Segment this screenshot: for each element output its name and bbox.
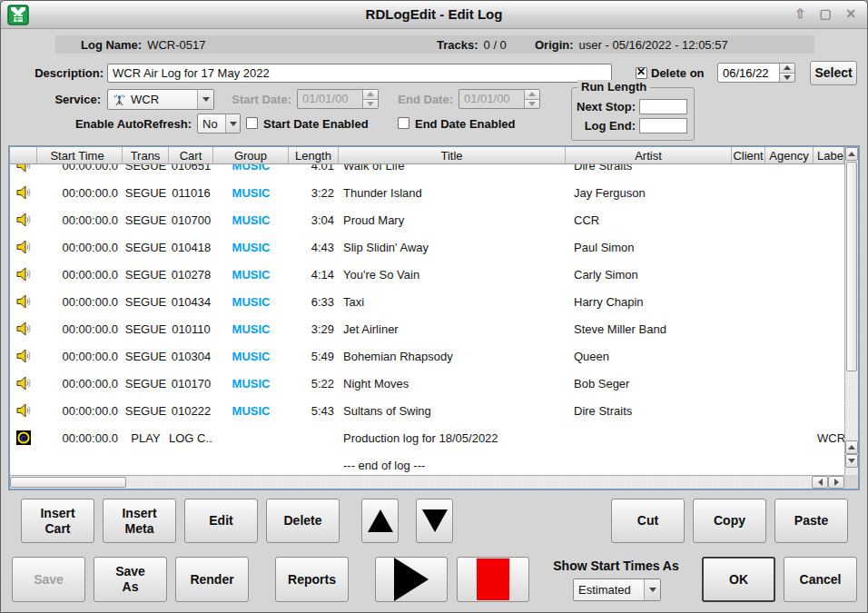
shade-window-icon[interactable]: ⇧ bbox=[793, 5, 807, 23]
copy-button[interactable]: Copy bbox=[693, 499, 766, 543]
column-header-group[interactable]: Group bbox=[213, 147, 289, 164]
column-header-cart[interactable]: Cart bbox=[169, 147, 213, 164]
cell-length: 5:49 bbox=[289, 350, 339, 363]
speaker-icon bbox=[15, 402, 32, 419]
cell-title: Taxi bbox=[339, 295, 566, 309]
start-date-enabled-checkbox[interactable] bbox=[246, 117, 258, 129]
table-row[interactable]: C 00:00:00.0 SEGUE 010304 MUSIC 5:49 Boh… bbox=[10, 342, 844, 370]
cell-start-time: 00:00:00.0 bbox=[37, 213, 123, 227]
cell-group: MUSIC bbox=[213, 268, 289, 282]
cell-trans: SEGUE bbox=[123, 404, 169, 418]
column-header-artist[interactable]: Artist bbox=[566, 147, 732, 164]
speaker-icon bbox=[15, 293, 32, 310]
cell-artist: Jay Ferguson bbox=[566, 186, 732, 200]
cell-cart: 011016 bbox=[169, 186, 213, 200]
speaker-icon bbox=[15, 164, 32, 173]
close-window-icon[interactable]: ✕ bbox=[843, 5, 858, 23]
description-input[interactable] bbox=[107, 64, 612, 83]
scroll-left-icon bbox=[818, 479, 823, 486]
show-start-times-combobox[interactable]: Estimated bbox=[573, 578, 661, 601]
cancel-button[interactable]: Cancel bbox=[784, 557, 857, 602]
cell-group: MUSIC bbox=[213, 213, 289, 227]
play-button[interactable] bbox=[375, 557, 448, 602]
row-type-icon-cell: C bbox=[10, 239, 37, 255]
ok-button[interactable]: OK bbox=[702, 557, 775, 602]
table-row[interactable]: C 00:00:00.0 SEGUE 010170 MUSIC 5:22 Nig… bbox=[10, 370, 844, 397]
scroll-up-button[interactable] bbox=[845, 147, 858, 161]
save-button: Save bbox=[12, 557, 85, 602]
cell-cart: 010278 bbox=[169, 268, 213, 282]
select-date-button[interactable]: Select bbox=[810, 61, 857, 85]
origin-value: user - 05/16/2022 - 12:05:57 bbox=[579, 38, 728, 52]
edit-button[interactable]: Edit bbox=[184, 499, 258, 543]
delete-button[interactable]: Delete bbox=[266, 499, 340, 543]
cell-title: Jet Airliner bbox=[339, 322, 566, 336]
down-arrow-icon bbox=[422, 509, 448, 532]
log-event-table: Start Time Trans Cart Group Length Title… bbox=[8, 145, 860, 490]
spin-down-icon bbox=[784, 75, 791, 80]
cell-trans: SEGUE bbox=[123, 377, 169, 391]
column-header-trans[interactable]: Trans bbox=[123, 147, 169, 164]
scroll-right-button[interactable] bbox=[828, 476, 844, 489]
insert-meta-button[interactable]: Insert Meta bbox=[103, 499, 176, 543]
maximize-window-icon[interactable]: ▢ bbox=[818, 5, 833, 23]
insert-cart-button[interactable]: Insert Cart bbox=[21, 499, 94, 543]
horizontal-scroll-thumb[interactable] bbox=[10, 477, 126, 488]
delete-on-checkbox[interactable] bbox=[636, 67, 647, 79]
table-row[interactable]: C 00:00:00.0 SEGUE 010222 MUSIC 5:43 Sul… bbox=[10, 397, 844, 424]
column-header-client[interactable]: Client bbox=[732, 147, 765, 164]
speaker-icon bbox=[15, 348, 32, 364]
cell-length: 5:22 bbox=[289, 377, 339, 391]
render-button[interactable]: Render bbox=[175, 557, 249, 602]
table-row[interactable]: C --- end of log --- bbox=[10, 451, 844, 475]
end-date-value: 01/01/00 bbox=[459, 90, 524, 108]
cut-button[interactable]: Cut bbox=[611, 499, 685, 543]
speaker-icon bbox=[15, 375, 32, 391]
scroll-up-button-2[interactable] bbox=[845, 440, 858, 454]
table-row[interactable]: C 00:00:00.0 SEGUE 011016 MUSIC 3:22 Thu… bbox=[10, 179, 844, 206]
delete-date-spin-down[interactable] bbox=[780, 73, 794, 83]
table-row[interactable]: C 00:00:00.0 SEGUE 010278 MUSIC 4:14 You… bbox=[10, 261, 844, 288]
cell-length: 6:33 bbox=[289, 295, 339, 309]
origin-label: Origin: bbox=[535, 38, 574, 52]
save-as-button[interactable]: Save As bbox=[94, 557, 167, 602]
move-up-button[interactable] bbox=[361, 499, 399, 543]
horizontal-scrollbar[interactable] bbox=[10, 475, 844, 489]
title-bar[interactable]: RDLogEdit - Edit Log ⇧ ▢ ✕ bbox=[1, 1, 867, 29]
vertical-scrollbar[interactable] bbox=[844, 147, 858, 475]
cell-start-time: 00:00:00.0 bbox=[37, 350, 123, 363]
cell-group: MUSIC bbox=[213, 186, 289, 200]
table-row[interactable]: C 00:00:00.0 SEGUE 010418 MUSIC 4:43 Sli… bbox=[10, 233, 844, 261]
table-row[interactable]: C 00:00:00.0 SEGUE 010700 MUSIC 3:04 Pro… bbox=[10, 206, 844, 233]
stop-button[interactable] bbox=[457, 557, 529, 602]
next-stop-field bbox=[639, 99, 687, 114]
delete-date-spin-up[interactable] bbox=[780, 64, 794, 73]
table-row[interactable]: C 00:00:00.0 SEGUE 010434 MUSIC 6:33 Tax… bbox=[10, 288, 844, 315]
reports-button[interactable]: Reports bbox=[275, 557, 349, 602]
vertical-scroll-thumb[interactable] bbox=[846, 162, 857, 371]
cell-length: 4:14 bbox=[289, 268, 339, 282]
scroll-left-button[interactable] bbox=[812, 476, 828, 489]
end-date-enabled-checkbox[interactable] bbox=[398, 117, 409, 129]
play-icon bbox=[394, 558, 429, 601]
table-row[interactable]: C 00:00:00.0 SEGUE 010110 MUSIC 3:29 Jet… bbox=[10, 315, 844, 342]
move-down-button[interactable] bbox=[416, 499, 453, 543]
column-header-label[interactable]: Label bbox=[814, 147, 844, 164]
column-header-title[interactable]: Title bbox=[339, 147, 566, 164]
scroll-down-button[interactable] bbox=[845, 454, 858, 468]
table-row[interactable]: C 00:00:00.0 SEGUE 010651 MUSIC 4:01 Wal… bbox=[10, 164, 844, 179]
cell-start-time: 00:00:00.0 bbox=[37, 186, 123, 200]
column-header-agency[interactable]: Agency bbox=[765, 147, 814, 164]
paste-button[interactable]: Paste bbox=[774, 499, 848, 543]
column-header-length[interactable]: Length bbox=[289, 147, 339, 164]
column-header-icon[interactable] bbox=[10, 147, 37, 164]
tracks-value: 0 / 0 bbox=[484, 38, 507, 52]
cell-start-time: 00:00:00.0 bbox=[37, 268, 123, 282]
cell-group: MUSIC bbox=[213, 322, 289, 336]
column-header-start-time[interactable]: Start Time bbox=[37, 147, 123, 164]
delete-date-input[interactable] bbox=[718, 64, 779, 82]
table-row[interactable]: C 00:00:00.0 PLAY LOG C... Production lo… bbox=[10, 424, 844, 451]
autorefresh-combobox[interactable]: No bbox=[197, 114, 241, 133]
cell-artist: Dire Straits bbox=[566, 404, 732, 418]
service-combobox[interactable]: WCR bbox=[107, 89, 214, 110]
